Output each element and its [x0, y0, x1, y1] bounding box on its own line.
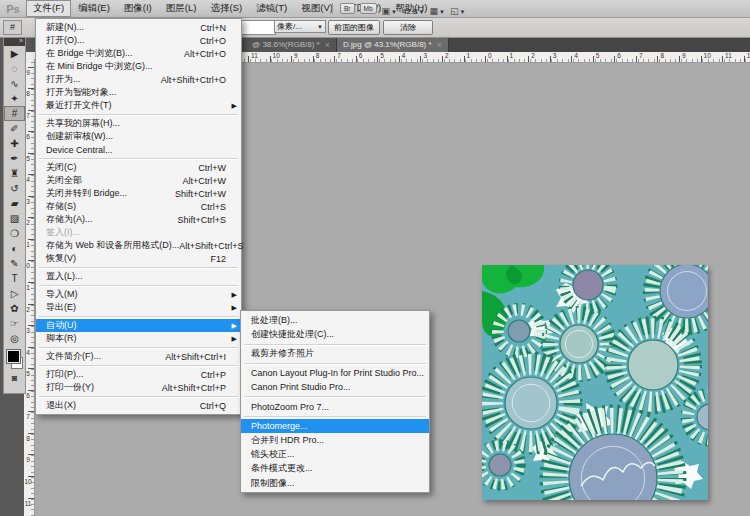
menu-item[interactable]: Canon Layout Plug-In for Print Studio Pr…: [241, 366, 429, 380]
tab-close-icon[interactable]: ×: [325, 40, 330, 50]
menu-item[interactable]: 存储为(A)...Shift+Ctrl+S: [36, 213, 241, 226]
menu-item-label: 创建新审核(W)...: [46, 130, 113, 143]
quick-selection-tool[interactable]: ✦: [4, 91, 25, 106]
ruler-number: 5: [380, 53, 384, 59]
menu-item[interactable]: 导出(E)▶: [36, 301, 241, 314]
path-selection-tool[interactable]: ▷: [4, 286, 25, 301]
menu-item[interactable]: 在 Mini Bridge 中浏览(G)...: [36, 60, 241, 73]
ruler-tick: [28, 88, 34, 89]
bridge-button[interactable]: Br: [340, 3, 355, 14]
menu-item[interactable]: 镜头校正...: [241, 447, 429, 461]
resolution-unit-dropdown[interactable]: 像素/... ▼: [274, 20, 326, 33]
type-tool[interactable]: T: [4, 271, 25, 286]
menu-item[interactable]: 自动(U)▶: [36, 319, 241, 332]
pen-tool[interactable]: ✎: [4, 256, 25, 271]
healing-brush-tool[interactable]: ✚: [4, 136, 25, 151]
menu-item-label: 打开为智能对象...: [46, 86, 117, 99]
menubar: Ps 文件(F)编辑(E)图像(I)图层(L)选择(S)滤镜(T)视图(V)窗口…: [0, 0, 750, 18]
brush-tool[interactable]: ✒: [4, 151, 25, 166]
ruler-number: 10: [273, 53, 280, 59]
menu-item[interactable]: 退出(X)Ctrl+Q: [36, 399, 241, 412]
menubar-item[interactable]: 图像(I): [117, 0, 159, 17]
menu-item[interactable]: 存储为 Web 和设备所用格式(D)...Alt+Shift+Ctrl+S: [36, 239, 241, 252]
healing-brush-tool-icon: ✚: [10, 138, 18, 149]
menu-item[interactable]: 批处理(B)...: [241, 313, 429, 327]
move-tool[interactable]: ▶: [4, 46, 25, 61]
view-extras-button[interactable]: ▦▼: [430, 0, 445, 18]
menubar-item[interactable]: 滤镜(T): [249, 0, 294, 17]
menu-item-shortcut: Ctrl+S: [201, 202, 236, 212]
menu-item[interactable]: 打印(P)...Ctrl+P: [36, 368, 241, 381]
document-image[interactable]: [482, 265, 708, 500]
menu-item[interactable]: 导入(M)▶: [36, 288, 241, 301]
menu-item[interactable]: 合并到 HDR Pro...: [241, 433, 429, 447]
lasso-tool[interactable]: ∿: [4, 76, 25, 91]
menu-item[interactable]: 恢复(V)F12: [36, 252, 241, 265]
arrange-documents-icon: ▣: [382, 6, 391, 16]
menu-item[interactable]: 新建(N)...Ctrl+N: [36, 21, 241, 34]
menu-item[interactable]: 最近打开文件(T)▶: [36, 99, 241, 112]
tool-preset-picker[interactable]: #: [3, 20, 22, 35]
arrange-documents-button[interactable]: ▣▼: [382, 0, 397, 18]
menubar-item[interactable]: 文件(F): [26, 0, 71, 17]
quick-mask-button[interactable]: ◙: [4, 372, 25, 385]
menu-item[interactable]: 限制图像...: [241, 476, 429, 490]
gradient-tool[interactable]: ▨: [4, 211, 25, 226]
menu-item-shortcut: F12: [210, 254, 236, 264]
menu-item[interactable]: PhotoZoom Pro 7...: [241, 399, 429, 413]
eraser-tool[interactable]: ▰: [4, 196, 25, 211]
menu-item[interactable]: 存储(S)Ctrl+S: [36, 200, 241, 213]
menu-item[interactable]: 条件模式更改...: [241, 462, 429, 476]
custom-shape-tool[interactable]: ✿: [4, 301, 25, 316]
menubar-item[interactable]: 图层(L): [159, 0, 204, 17]
screen-mode-button[interactable]: ◱▼: [450, 0, 465, 18]
ruler-tick: [270, 56, 271, 62]
zoom-level-control[interactable]: 42.8▼: [402, 0, 425, 18]
menu-item[interactable]: 共享我的屏幕(H)...: [36, 117, 241, 130]
menu-item[interactable]: 创建快捷批处理(C)...: [241, 327, 429, 341]
menu-item[interactable]: Canon Print Studio Pro...: [241, 380, 429, 394]
zoom-tool[interactable]: ◎: [4, 331, 25, 346]
menu-item[interactable]: 关闭全部Alt+Ctrl+W: [36, 174, 241, 187]
front-image-button[interactable]: 前面的图像: [328, 20, 380, 35]
menu-item-label: Device Central...: [46, 145, 113, 155]
crop-tool[interactable]: #: [4, 106, 25, 121]
menu-item[interactable]: 打开为智能对象...: [36, 86, 241, 99]
tab-close-icon[interactable]: ×: [437, 40, 442, 50]
menu-item-label: 存储为 Web 和设备所用格式(D)...: [46, 239, 179, 252]
quick-selection-tool-icon: ✦: [10, 93, 18, 104]
menu-item[interactable]: 打开(O)...Ctrl+O: [36, 34, 241, 47]
clone-stamp-tool[interactable]: ♜: [4, 166, 25, 181]
toolbar-collapse-button[interactable]: »: [4, 37, 25, 46]
ruler-tick: [550, 56, 551, 62]
document-tab[interactable]: D.jpg @ 43.1%(RGB/8) *×: [337, 37, 449, 52]
menu-item-shortcut: Alt+Shift+Ctrl+O: [161, 75, 236, 85]
menu-item[interactable]: Device Central...: [36, 143, 241, 156]
blur-tool[interactable]: ❍: [4, 226, 25, 241]
menu-item[interactable]: 置入(L)...: [36, 270, 241, 283]
clear-button[interactable]: 清除: [383, 20, 433, 35]
marquee-tool[interactable]: ◌: [4, 61, 25, 76]
eyedropper-tool[interactable]: ✐: [4, 121, 25, 136]
hand-tool[interactable]: ☞: [4, 316, 25, 331]
ruler-tick: [593, 56, 594, 62]
menu-item[interactable]: 打开为...Alt+Shift+Ctrl+O: [36, 73, 241, 86]
menu-item[interactable]: Photomerge...: [241, 419, 429, 433]
menu-item[interactable]: 关闭(C)Ctrl+W: [36, 161, 241, 174]
menubar-item[interactable]: 选择(S): [203, 0, 249, 17]
menu-item[interactable]: 文件简介(F)...Alt+Shift+Ctrl+I: [36, 350, 241, 363]
menu-item[interactable]: 裁剪并修齐照片: [241, 347, 429, 361]
menu-item[interactable]: 创建新审核(W)...: [36, 130, 241, 143]
history-brush-tool[interactable]: ↺: [4, 181, 25, 196]
menu-item[interactable]: 关闭并转到 Bridge...Shift+Ctrl+W: [36, 187, 241, 200]
menu-item[interactable]: 打印一份(Y)Alt+Shift+Ctrl+P: [36, 381, 241, 394]
photoshop-window: Ps 文件(F)编辑(E)图像(I)图层(L)选择(S)滤镜(T)视图(V)窗口…: [0, 0, 750, 516]
foreground-color-swatch[interactable]: [7, 350, 20, 363]
ruler-number: 7: [639, 53, 643, 59]
menu-item[interactable]: 脚本(R)▶: [36, 332, 241, 345]
menubar-item[interactable]: 编辑(E): [71, 0, 117, 17]
menu-item[interactable]: 在 Bridge 中浏览(B)...Alt+Ctrl+O: [36, 47, 241, 60]
dodge-tool[interactable]: ◐: [4, 241, 25, 256]
ruler-number: 8: [660, 53, 664, 59]
mini-bridge-button[interactable]: Mb: [360, 3, 377, 14]
